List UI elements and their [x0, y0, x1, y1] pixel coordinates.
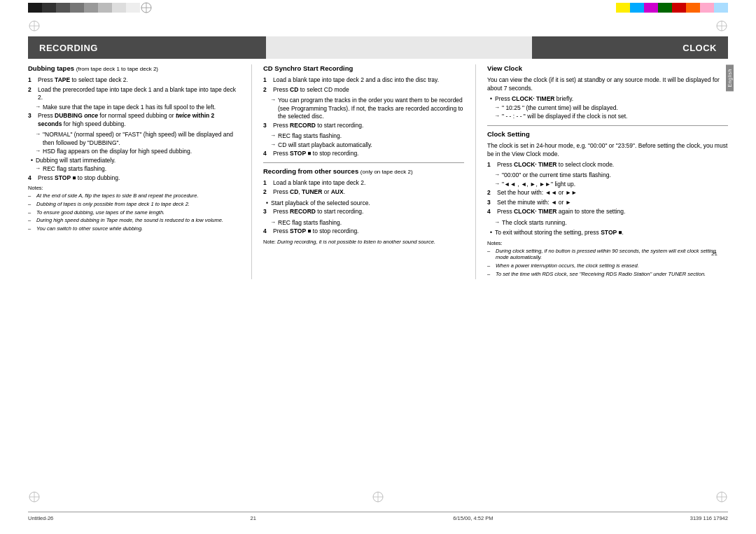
step-item: 3 Press RECORD to start recording.	[263, 122, 464, 129]
note-item: – To ensure good dubbing, use tapes of t…	[28, 209, 240, 216]
decorative-bottom-row	[0, 486, 756, 507]
step-item: 3 Set the minute with: ◄ or ►	[487, 199, 728, 206]
clock-header: CLOCK	[532, 36, 728, 59]
page-number: 21	[711, 251, 718, 257]
notes-section: Notes: – At the end of side A, flip the …	[28, 185, 240, 232]
arrow-item: → You can program the tracks in the orde…	[270, 97, 464, 120]
color-swatch	[658, 3, 672, 13]
dubbing-section-title: Dubbing tapes (from tape deck 1 to tape …	[28, 64, 240, 73]
arrow-item: → " - - : - - " will be displayed if the…	[494, 113, 728, 120]
color-bar-right	[616, 3, 728, 13]
color-swatch	[616, 3, 630, 13]
section-divider	[487, 125, 728, 126]
color-bar-left	[28, 3, 140, 13]
step-item: 2 Press CD to select CD mode	[263, 86, 464, 94]
color-swatch	[126, 3, 140, 13]
header-middle-space	[266, 36, 532, 59]
step-item: 4 Press STOP ■ to stop recording.	[263, 227, 464, 235]
step-item: 1 Load a blank tape into tape deck 2.	[263, 179, 464, 187]
color-swatch	[112, 3, 126, 13]
dubbing-steps: 1 Press TAPE to select tape deck 2. 2 Lo…	[28, 76, 240, 128]
col-recording: CD Synchro Start Recording 1 Load a blan…	[252, 64, 476, 279]
note-item: – Dubbing of tapes is only possible from…	[28, 201, 240, 208]
bottom-right-crosshair	[715, 491, 728, 503]
header-bar: RECORDING CLOCK	[28, 36, 728, 59]
note-item: – You can switch to other source while d…	[28, 225, 240, 232]
arrow-item: → HSD flag appears on the display for hi…	[35, 148, 240, 155]
step-item: 1 Press TAPE to select tape deck 2.	[28, 76, 240, 84]
color-swatch	[56, 3, 70, 13]
arrow-item: → " 10:25 " (the current time) will be d…	[494, 104, 728, 112]
col-clock: English View Clock You can view the cloc…	[476, 64, 728, 279]
view-clock-title: View Clock	[487, 64, 728, 73]
step-item: 2 Press CD, TUNER or AUX.	[263, 188, 464, 196]
decorative-top-row	[0, 15, 756, 36]
cd-synchro-title: CD Synchro Start Recording	[263, 64, 464, 73]
note-item: – When a power interruption occurs, the …	[487, 262, 728, 269]
main-content: Dubbing tapes (from tape deck 1 to tape …	[28, 64, 728, 279]
color-swatch	[98, 3, 112, 13]
recording-header: RECORDING	[28, 36, 266, 59]
note-item: – At the end of side A, flip the tapes t…	[28, 192, 240, 199]
bullet-item: • Dubbing will start immediately.	[31, 157, 240, 164]
arrow-item: → "NORMAL" (normal speed) or "FAST" (hig…	[35, 131, 240, 147]
clock-steps: 1 Press CLOCK· TIMER to select clock mod…	[487, 161, 728, 169]
clock-setting-title: Clock Setting	[487, 130, 728, 139]
notes-title: Notes:	[28, 185, 240, 191]
clock-setting-body: The clock is set in 24-hour mode, e.g. "…	[487, 142, 728, 158]
dubbing-subtitle: (from tape deck 1 to tape deck 2)	[76, 66, 158, 72]
arrow-item: → REC flag starts flashing.	[270, 132, 464, 140]
bullet-item: • Start playback of the selected source.	[266, 199, 464, 207]
arrow-item: → Make sure that the tape in tape deck 1…	[35, 104, 240, 111]
note-single: Note: During recording, it is not possib…	[263, 239, 464, 245]
other-sources-steps: 1 Load a blank tape into tape deck 2. 2 …	[263, 179, 464, 197]
step-item: 2 Set the hour with: ◄◄ or ►►	[487, 189, 728, 197]
step4-list: 4 Press STOP ■ to stop dubbing.	[28, 174, 240, 182]
bullet-item: • To exit without storing the setting, p…	[490, 229, 728, 237]
color-swatch	[630, 3, 644, 13]
bottom-center-crosshair	[372, 491, 384, 503]
arrow-item: → REC flag starts flashing.	[270, 219, 464, 227]
step-item: 1 Load a blank tape into tape deck 2 and…	[263, 76, 464, 84]
note-item: – During high speed dubbing in Tape mode…	[28, 217, 240, 224]
footer-date: 6/15/00, 4:52 PM	[453, 515, 493, 521]
footer-left: Untitled-26	[28, 515, 53, 521]
recording-title: RECORDING	[39, 43, 98, 53]
color-swatch	[686, 3, 700, 13]
color-swatch	[700, 3, 714, 13]
step-item: 3 Press DUBBING once for normal speed du…	[28, 112, 240, 128]
footer-right: 3139 116 17942	[690, 515, 728, 521]
clock-title: CLOCK	[682, 43, 717, 53]
footer-center: 21	[251, 515, 256, 521]
arrow-item: → The clock starts running.	[494, 219, 728, 227]
top-left-crosshair	[28, 20, 41, 32]
color-bar-top	[0, 0, 756, 15]
color-swatch	[644, 3, 658, 13]
step-item: 1 Press CLOCK· TIMER to select clock mod…	[487, 161, 728, 169]
step-item: 3 Press RECORD to start recording.	[263, 208, 464, 216]
footer: Untitled-26 21 6/15/00, 4:52 PM 3139 116…	[28, 512, 728, 521]
color-swatch	[672, 3, 686, 13]
step-item: 2 Load the prerecorded tape into tape de…	[28, 86, 240, 102]
arrow-item: → REC flag starts flashing.	[35, 165, 240, 173]
note-item: – During clock setting, if no button is …	[487, 248, 728, 262]
col-dubbing: Dubbing tapes (from tape deck 1 to tape …	[28, 64, 252, 279]
crosshair-icon	[140, 1, 153, 14]
bullet-item: • Press CLOCK· TIMER briefly.	[490, 95, 728, 103]
cd-steps: 1 Load a blank tape into tape deck 2 and…	[263, 76, 464, 94]
bottom-left-crosshair	[28, 491, 41, 503]
view-clock-body: You can view the clock (if it is set) at…	[487, 76, 728, 92]
arrow-item: → CD will start playback automatically.	[270, 141, 464, 149]
color-swatch	[84, 3, 98, 13]
color-swatch	[714, 3, 728, 13]
other-sources-title: Recording from other sources (only on ta…	[263, 167, 464, 176]
clock-notes: Notes: – During clock setting, if no but…	[487, 240, 728, 278]
color-swatch	[70, 3, 84, 13]
page: RECORDING CLOCK Dubbing tapes (from tape…	[0, 36, 756, 293]
section-divider	[263, 162, 464, 163]
notes-title: Notes:	[487, 240, 728, 246]
step-item: 4 Press CLOCK· TIMER again to store the …	[487, 208, 728, 216]
other-sources-subtitle: (only on tape deck 2)	[360, 169, 413, 175]
note-item: – To set the time with RDS clock, see "R…	[487, 271, 728, 278]
step-item: 4 Press STOP ■ to stop dubbing.	[28, 174, 240, 182]
